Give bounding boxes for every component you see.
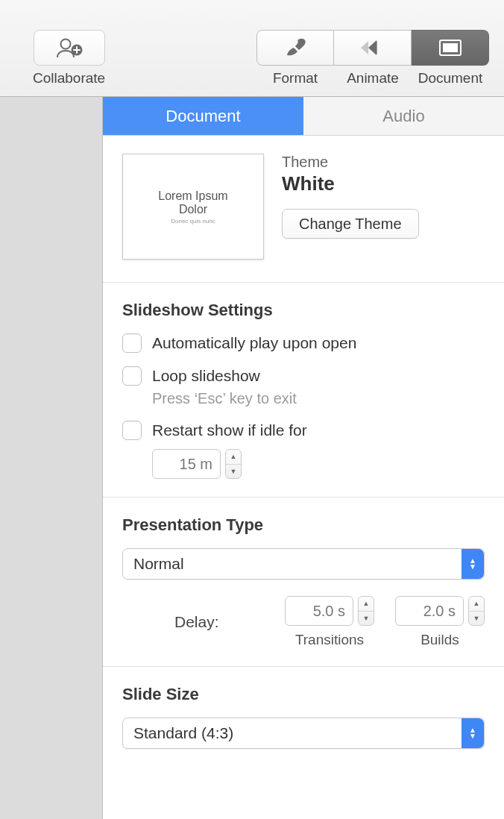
slideshow-section: Slideshow Settings Automatically play up… (103, 283, 504, 498)
format-button[interactable] (256, 30, 334, 66)
panel-tabs: Document Audio (103, 97, 504, 136)
document-label: Document (412, 70, 489, 87)
presentation-section: Presentation Type Normal ▲▼ Delay: 5.0 s… (103, 498, 504, 667)
restart-value-row: 15 m ▲ ▼ (152, 449, 485, 479)
inspector-segmented: Format Animate Document (256, 30, 489, 87)
loop-label: Loop slideshow (152, 367, 260, 385)
restart-value-field[interactable]: 15 m (152, 449, 221, 479)
svg-rect-3 (443, 43, 458, 52)
slidesize-select[interactable]: Standard (4:3) ▲▼ (122, 718, 485, 749)
delay-label: Delay: (122, 613, 219, 631)
restart-label: Restart show if idle for (152, 421, 307, 439)
stepper-up-icon[interactable]: ▲ (469, 597, 484, 612)
stepper-down-icon[interactable]: ▼ (469, 612, 484, 626)
theme-info: Theme White Change Theme (282, 154, 485, 239)
document-button[interactable] (412, 30, 489, 66)
collaborate-group: Collaborate (33, 30, 105, 87)
slideshow-heading: Slideshow Settings (122, 301, 485, 320)
restart-stepper[interactable]: ▲ ▼ (225, 449, 242, 479)
builds-label: Builds (395, 632, 485, 648)
animate-label: Animate (334, 70, 412, 87)
builds-stepper[interactable]: ▲ ▼ (468, 596, 485, 626)
presentation-type-select[interactable]: Normal ▲▼ (122, 548, 485, 580)
autoplay-row: Automatically play upon open (122, 333, 485, 353)
collaborate-icon (55, 37, 84, 58)
document-icon (439, 40, 462, 56)
format-label: Format (256, 70, 334, 87)
theme-thumbnail[interactable]: Lorem Ipsum Dolor Donec quis nunc (122, 154, 264, 260)
autoplay-label: Automatically play upon open (152, 334, 356, 352)
presentation-type-value: Normal (133, 555, 184, 573)
change-theme-button[interactable]: Change Theme (282, 209, 419, 239)
svg-point-0 (60, 40, 70, 49)
thumb-line3: Donec quis nunc (171, 218, 215, 225)
animate-button[interactable] (334, 30, 412, 66)
loop-row: Loop slideshow (122, 366, 485, 386)
select-arrows-icon: ▲▼ (462, 549, 484, 579)
theme-label: Theme (282, 154, 485, 171)
transitions-field[interactable]: 5.0 s (285, 596, 353, 626)
slidesize-value: Standard (4:3) (133, 724, 233, 742)
stepper-up-icon[interactable]: ▲ (359, 597, 374, 612)
theme-name: White (282, 172, 485, 195)
builds-col: 2.0 s ▲ ▼ Builds (395, 596, 485, 648)
stepper-down-icon[interactable]: ▼ (359, 612, 374, 626)
delay-row: Delay: 5.0 s ▲ ▼ Transitions 2.0 s (122, 596, 485, 648)
slidesize-heading: Slide Size (122, 685, 485, 704)
loop-hint: Press ‘Esc’ key to exit (152, 390, 485, 407)
transitions-stepper[interactable]: ▲ ▼ (358, 596, 374, 626)
content-area: Document Audio Lorem Ipsum Dolor Donec q… (0, 97, 504, 819)
stepper-up-icon[interactable]: ▲ (226, 450, 241, 465)
select-arrows-icon: ▲▼ (462, 718, 484, 748)
inspector-panel: Document Audio Lorem Ipsum Dolor Donec q… (103, 97, 504, 819)
thumb-line2: Dolor (179, 203, 207, 216)
tab-document[interactable]: Document (103, 97, 303, 135)
collaborate-label: Collaborate (33, 70, 105, 87)
animate-icon (359, 40, 386, 56)
loop-checkbox[interactable] (122, 366, 142, 386)
autoplay-checkbox[interactable] (122, 333, 142, 353)
thumb-line1: Lorem Ipsum (158, 189, 227, 203)
theme-section: Lorem Ipsum Dolor Donec quis nunc Theme … (103, 136, 504, 283)
collaborate-button[interactable] (34, 30, 105, 66)
restart-checkbox[interactable] (122, 421, 142, 440)
stepper-down-icon[interactable]: ▼ (226, 465, 241, 479)
toolbar: Collaborate Format Animate (0, 0, 504, 97)
builds-field[interactable]: 2.0 s (395, 596, 464, 626)
transitions-col: 5.0 s ▲ ▼ Transitions (285, 596, 374, 648)
restart-row: Restart show if idle for (122, 421, 485, 440)
tab-audio[interactable]: Audio (303, 97, 504, 135)
transitions-label: Transitions (285, 632, 374, 648)
left-gutter (0, 97, 103, 819)
brush-icon (283, 38, 308, 57)
slidesize-section: Slide Size Standard (4:3) ▲▼ (103, 667, 504, 767)
presentation-heading: Presentation Type (122, 515, 485, 535)
